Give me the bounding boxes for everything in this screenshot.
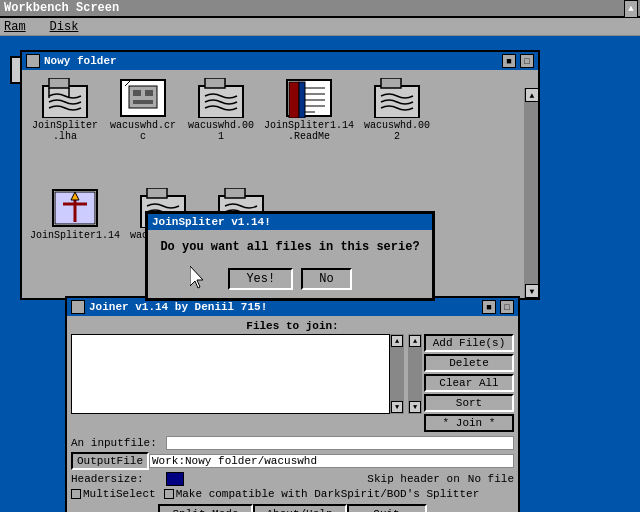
- icon-crc-label: wacuswhd.crc: [108, 120, 178, 142]
- delete-button[interactable]: Delete: [424, 354, 514, 372]
- icon-lha-img: [40, 78, 90, 118]
- icon-joinspliter-lha[interactable]: JoinSpliter.lha: [30, 78, 100, 180]
- dialog-titlebar: JoinSpliter v1.14!: [148, 214, 432, 230]
- desktop: Wo Nowy folder ■ □: [0, 36, 640, 512]
- joiner-right-panel: ▲ ▼ Add File(s) Delete Clear All Sort * …: [408, 334, 514, 432]
- drawer-fullscreen-btn[interactable]: □: [520, 54, 534, 68]
- joiner-v-scroll: ▲ ▼: [408, 334, 422, 414]
- joiner-vscroll-down[interactable]: ▼: [409, 401, 421, 413]
- header-val-box: [166, 472, 184, 486]
- workbench-titlebar: Workbench Screen ▲: [0, 0, 640, 18]
- svg-rect-1: [49, 78, 69, 88]
- svg-rect-7: [145, 90, 153, 96]
- split-mode-button[interactable]: Split Mode: [158, 504, 252, 512]
- svg-rect-5: [129, 86, 157, 108]
- icon-app-label: JoinSpliter1.14: [30, 230, 120, 241]
- app-svg: [51, 188, 99, 228]
- joiner-content: Files to join: ▲ ▼ ▲: [67, 316, 518, 512]
- quit-button[interactable]: Quit: [347, 504, 427, 512]
- dialog-title: JoinSpliter v1.14!: [152, 216, 271, 228]
- wb-title: Workbench Screen: [4, 1, 119, 15]
- joiner-fullscreen-btn[interactable]: □: [500, 300, 514, 314]
- input-file-field[interactable]: [166, 436, 514, 450]
- drawer-zoom-btn[interactable]: ■: [502, 54, 516, 68]
- multiselect-box: [71, 489, 81, 499]
- joiner-files-label: Files to join:: [71, 318, 514, 334]
- dialog-body: Do you want all files in this serie?: [148, 230, 432, 264]
- add-files-button[interactable]: Add File(s): [424, 334, 514, 352]
- svg-rect-6: [133, 90, 141, 96]
- icon-lha-label: JoinSpliter.lha: [30, 120, 100, 142]
- list-scroll-up[interactable]: ▲: [391, 335, 403, 347]
- darkspirit-checkbox[interactable]: Make compatible with DarkSpirit/BOD's Sp…: [164, 488, 480, 500]
- joiner-title: Joiner v1.14 by Deniil 715!: [89, 301, 478, 313]
- dialog-yes-button[interactable]: Yes!: [228, 268, 293, 290]
- header-size-row: Headersize: Skip header on No file: [71, 472, 514, 486]
- 002-svg: [373, 78, 421, 118]
- icon-001-img: [196, 78, 246, 118]
- multiselect-checkbox[interactable]: MultiSelect: [71, 488, 156, 500]
- lha-svg: [41, 78, 89, 118]
- svg-rect-17: [289, 82, 299, 118]
- joiner-main-row: ▲ ▼ ▲ ▼ Add File(s): [71, 334, 514, 432]
- output-file-row: OutputFile: [71, 452, 514, 470]
- list-scroll-track: [391, 347, 403, 401]
- svg-rect-8: [133, 100, 153, 104]
- readme-svg: [285, 78, 333, 118]
- icon-002-label: wacuswhd.002: [362, 120, 432, 142]
- joiner-list-scrollbar: ▲ ▼: [390, 334, 404, 414]
- icon-wacuswhd-002[interactable]: wacuswhd.002: [362, 78, 432, 180]
- svg-rect-20: [381, 78, 401, 88]
- icon-crc-img: [118, 78, 168, 118]
- joiner-vscroll-up[interactable]: ▲: [409, 335, 421, 347]
- sort-button[interactable]: Sort: [424, 394, 514, 412]
- drawer-titlebar: Nowy folder ■ □: [22, 52, 538, 70]
- joiner-fields: An inputfile: OutputFile Headersize: Ski…: [71, 436, 514, 500]
- icon-app-img: [50, 188, 100, 228]
- joiner-files-listbox[interactable]: [71, 334, 390, 414]
- dialog-message: Do you want all files in this serie?: [160, 240, 419, 254]
- darkspirit-box: [164, 489, 174, 499]
- output-file-field[interactable]: [149, 454, 514, 468]
- joiner-action-buttons: Add File(s) Delete Clear All Sort * Join…: [424, 334, 514, 432]
- drawer-scrollbar-v: ▲ ▼: [524, 88, 538, 298]
- menu-disk[interactable]: Disk: [50, 20, 79, 34]
- icon-joinspliter-readme[interactable]: JoinSpliter1.14.ReadMe: [264, 78, 354, 180]
- menu-bar: Ram Disk: [0, 18, 640, 36]
- joiner-window: Joiner v1.14 by Deniil 715! ■ □ Files to…: [65, 296, 520, 512]
- svg-rect-27: [147, 188, 167, 198]
- menu-ram[interactable]: Ram: [4, 20, 26, 34]
- joiner-vscroll-track: [409, 347, 421, 401]
- wb-close-btn[interactable]: ▲: [624, 0, 638, 18]
- icon-wacuswhd-crc[interactable]: wacuswhd.crc: [108, 78, 178, 180]
- crc-svg: [119, 78, 167, 118]
- joiner-list-area: ▲ ▼: [71, 334, 404, 414]
- drawer-title: Nowy folder: [44, 55, 498, 67]
- dialog-box: JoinSpliter v1.14! Do you want all files…: [145, 211, 435, 301]
- joiner-zoom-btn[interactable]: ■: [482, 300, 496, 314]
- about-help-button[interactable]: About/Help: [253, 504, 347, 512]
- input-file-label: An inputfile:: [71, 437, 166, 449]
- dialog-no-button[interactable]: No: [301, 268, 351, 290]
- icon-wacuswhd-001[interactable]: wacuswhd.001: [186, 78, 256, 180]
- clear-all-button[interactable]: Clear All: [424, 374, 514, 392]
- output-file-button[interactable]: OutputFile: [71, 452, 149, 470]
- bottom-buttons: Split Mode About/Help Quit: [71, 504, 514, 512]
- svg-rect-10: [205, 78, 225, 88]
- joiner-close-btn[interactable]: [71, 300, 85, 314]
- 001-svg: [197, 78, 245, 118]
- join-star-button[interactable]: * Join *: [424, 414, 514, 432]
- icon-joinspliter-app[interactable]: JoinSpliter1.14: [30, 188, 120, 290]
- drawer-scroll-track: [525, 102, 538, 284]
- icon-readme-label: JoinSpliter1.14.ReadMe: [264, 120, 354, 142]
- list-scroll-down[interactable]: ▼: [391, 401, 403, 413]
- drawer-scroll-down[interactable]: ▼: [525, 284, 538, 298]
- drawer-close-btn[interactable]: [26, 54, 40, 68]
- icon-002-img: [372, 78, 422, 118]
- icon-readme-img: [284, 78, 334, 118]
- drawer-scroll-up[interactable]: ▲: [525, 88, 538, 102]
- options-row: MultiSelect Make compatible with DarkSpi…: [71, 488, 514, 500]
- no-file-label: No file: [468, 473, 514, 485]
- header-size-label: Headersize:: [71, 473, 166, 485]
- multiselect-label: MultiSelect: [83, 488, 156, 500]
